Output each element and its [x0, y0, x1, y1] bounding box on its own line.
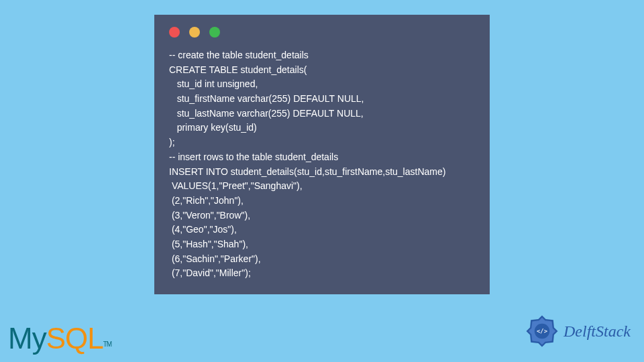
mysql-my-text: My [8, 322, 46, 355]
delftstack-logo: </> DelftStack [523, 312, 631, 350]
mysql-tm-text: TM [103, 341, 111, 348]
code-block: -- create the table student_details CREA… [169, 48, 475, 281]
window-controls [169, 27, 475, 38]
mysql-sql-text: SQL [46, 322, 103, 355]
close-dot-icon [169, 27, 180, 38]
delftstack-text: DelftStack [564, 322, 631, 341]
svg-text:</>: </> [537, 328, 547, 335]
delftstack-icon: </> [523, 312, 561, 350]
maximize-dot-icon [209, 27, 220, 38]
code-window: -- create the table student_details CREA… [154, 15, 490, 294]
mysql-logo: MySQLTM [8, 322, 111, 355]
minimize-dot-icon [189, 27, 200, 38]
